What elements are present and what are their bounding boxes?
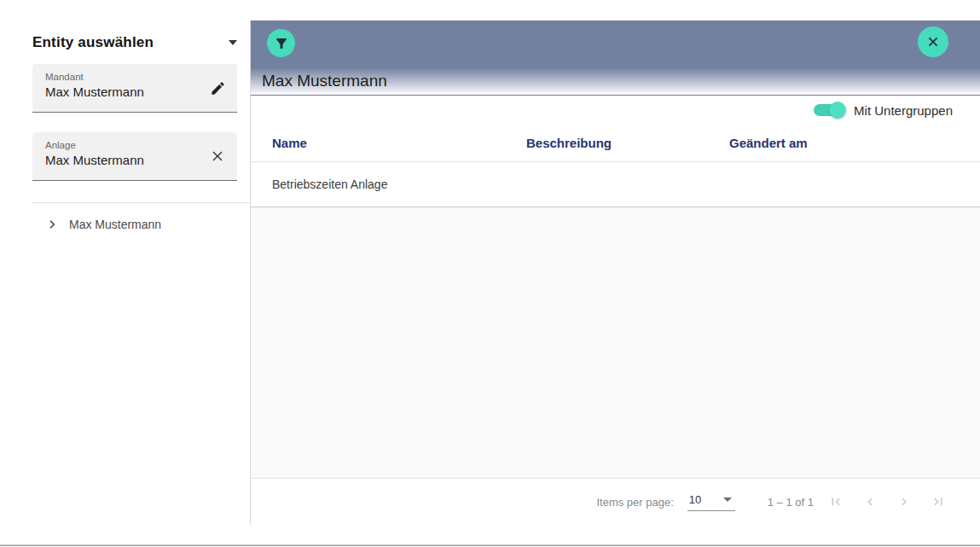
cell-name: Betriebszeiten Anlage (272, 177, 526, 191)
column-header-geaendert-am[interactable]: Geändert am (729, 136, 980, 150)
filter-button[interactable] (267, 29, 295, 57)
table-empty-area (251, 207, 980, 479)
next-page-button[interactable] (887, 485, 921, 519)
mandant-field-value: Max Mustermann (45, 84, 200, 99)
last-page-icon (931, 494, 946, 509)
first-page-icon (828, 494, 844, 509)
filter-funnel-icon (274, 36, 289, 51)
panel-title: Max Mustermann (262, 72, 387, 90)
caret-down-icon[interactable] (229, 40, 237, 45)
previous-page-icon (862, 494, 878, 509)
window-bottom-edge (0, 544, 980, 546)
edit-pencil-icon[interactable] (205, 75, 230, 101)
paginator: Items per page: 10 1 – 1 of 1 (251, 479, 980, 525)
screen: Entity auswählen Mandant Max Mustermann … (0, 0, 980, 547)
toggle-row: Mit Untergruppen (251, 96, 980, 125)
clear-x-icon[interactable] (205, 143, 230, 169)
anlage-field-value: Max Mustermann (45, 153, 200, 167)
anlage-field-label: Anlage (45, 140, 200, 150)
page-range-label: 1 – 1 of 1 (768, 496, 814, 509)
sidebar-title: Entity auswählen (32, 34, 154, 51)
page-size-value: 10 (689, 493, 701, 506)
panel-header: Max Mustermann (251, 20, 980, 96)
items-per-page-label: Items per page: (596, 496, 673, 509)
column-header-name[interactable]: Name (272, 136, 526, 150)
sidebar-divider (32, 202, 250, 203)
close-x-icon (925, 33, 942, 50)
chevron-right-icon[interactable] (46, 218, 58, 230)
toggle-thumb[interactable] (829, 102, 846, 119)
caret-down-icon (723, 498, 732, 502)
first-page-button[interactable] (819, 485, 853, 519)
next-page-icon (896, 494, 912, 509)
mit-untergruppen-toggle[interactable] (814, 104, 844, 116)
close-button[interactable] (918, 26, 948, 57)
mandant-field-label: Mandant (45, 72, 200, 82)
mandant-field[interactable]: Mandant Max Mustermann (32, 64, 237, 113)
tree-item-max-mustermann[interactable]: Max Mustermann (46, 212, 161, 236)
table-row[interactable]: Betriebszeiten Anlage (251, 162, 980, 207)
previous-page-button[interactable] (853, 485, 887, 519)
sidebar-header: Entity auswählen (32, 31, 237, 55)
anlage-field[interactable]: Anlage Max Mustermann (32, 132, 237, 181)
tree-item-label: Max Mustermann (69, 218, 161, 231)
table-header-row: Name Beschreibung Geändert am (251, 125, 980, 162)
entity-sidebar: Entity auswählen Mandant Max Mustermann … (0, 0, 250, 525)
page-size-select[interactable]: 10 (687, 493, 735, 511)
column-header-beschreibung[interactable]: Beschreibung (526, 136, 729, 150)
toggle-label: Mit Untergruppen (854, 103, 953, 118)
last-page-button[interactable] (921, 485, 955, 519)
entity-detail-panel: Max Mustermann Mit Untergruppen Name Bes… (251, 20, 980, 525)
